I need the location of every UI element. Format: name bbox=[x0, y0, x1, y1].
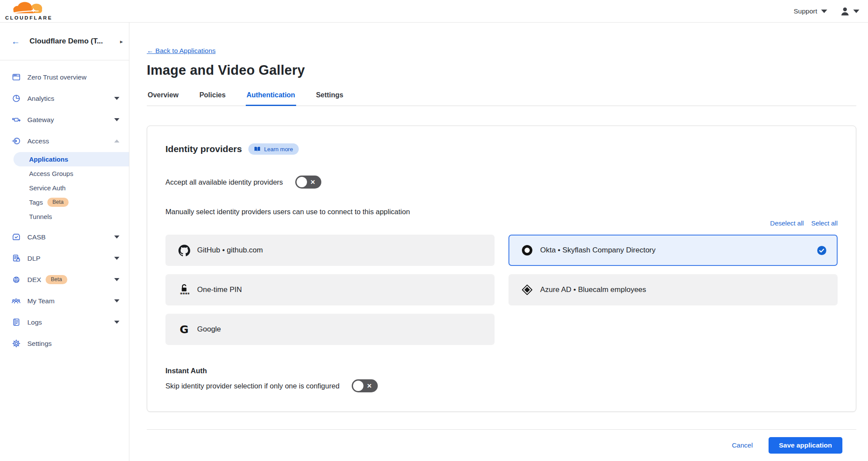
casb-icon bbox=[11, 232, 21, 242]
sidebar-item-label: Analytics bbox=[27, 95, 54, 103]
chevron-up-icon[interactable] bbox=[114, 139, 119, 143]
sidebar-item-label: Access Groups bbox=[29, 170, 73, 177]
sidebar-item-dlp[interactable]: DLP bbox=[0, 248, 129, 269]
accept-all-toggle[interactable]: ✕ bbox=[295, 176, 321, 189]
sidebar-item-access[interactable]: Access bbox=[0, 130, 129, 152]
document-lock-icon bbox=[11, 254, 21, 263]
chevron-down-icon[interactable] bbox=[114, 235, 119, 239]
provider-name: Azure AD • Bluecalm employees bbox=[540, 285, 826, 294]
sidebar-item-tunnels[interactable]: Tunnels bbox=[0, 209, 129, 224]
sidebar-nav: Zero Trust overview Analytics Gateway bbox=[0, 60, 129, 354]
select-all-link[interactable]: Select all bbox=[811, 219, 838, 227]
back-to-applications-link[interactable]: ← Back to Applications bbox=[147, 47, 216, 55]
instant-auth-heading: Instant Auth bbox=[165, 367, 838, 375]
support-menu[interactable]: Support bbox=[794, 7, 827, 15]
tab-bar: Overview Policies Authentication Setting… bbox=[147, 91, 856, 106]
cloudflare-logo[interactable]: CLOUDFLARE bbox=[4, 2, 53, 21]
sidebar-item-label: DEX bbox=[27, 276, 41, 284]
book-icon bbox=[254, 146, 261, 152]
tab-policies[interactable]: Policies bbox=[198, 91, 226, 106]
form-footer: Cancel Save application bbox=[147, 429, 856, 454]
sidebar-item-label: Tunnels bbox=[29, 213, 52, 220]
chevron-down-icon[interactable] bbox=[114, 321, 119, 324]
sidebar-item-zero-trust-overview[interactable]: Zero Trust overview bbox=[0, 66, 129, 88]
toggle-knob bbox=[297, 177, 307, 187]
logs-icon bbox=[11, 318, 21, 327]
sidebar-item-service-auth[interactable]: Service Auth bbox=[0, 181, 129, 195]
sidebar-item-logs[interactable]: Logs bbox=[0, 312, 129, 333]
sidebar-item-dex[interactable]: DEX Beta bbox=[0, 269, 129, 290]
provider-name: GitHub • github.com bbox=[197, 246, 483, 255]
chevron-down-icon[interactable] bbox=[114, 118, 119, 121]
sidebar-account-header: ← Cloudflare Demo (T... ▸ bbox=[0, 23, 129, 60]
accept-all-label: Accept all available identity providers bbox=[165, 178, 283, 186]
sidebar-item-label: Zero Trust overview bbox=[27, 73, 86, 81]
identity-providers-card: Identity providers Learn more Accept all… bbox=[147, 126, 856, 412]
dex-icon bbox=[11, 275, 21, 285]
sidebar-item-tags[interactable]: Tags Beta bbox=[0, 195, 129, 209]
tab-settings[interactable]: Settings bbox=[315, 91, 344, 106]
tab-overview[interactable]: Overview bbox=[147, 91, 179, 106]
provider-tile-one-time-pin[interactable]: **** One-time PIN bbox=[165, 274, 495, 305]
google-icon: G bbox=[177, 323, 191, 336]
card-title: Identity providers bbox=[165, 144, 242, 154]
sidebar-item-label: Gateway bbox=[27, 116, 54, 124]
provider-tile-azure-ad[interactable]: Azure AD • Bluecalm employees bbox=[508, 274, 838, 305]
account-menu[interactable] bbox=[840, 7, 859, 16]
page-title: Image and Video Gallery bbox=[147, 63, 856, 78]
sidebar-item-gateway[interactable]: Gateway bbox=[0, 109, 129, 130]
provider-grid: GitHub • github.com Okta • Skyflash Comp… bbox=[165, 235, 838, 345]
chevron-down-icon bbox=[821, 10, 827, 13]
sidebar-item-label: Tags bbox=[29, 199, 43, 206]
pie-chart-icon bbox=[11, 94, 21, 103]
okta-icon bbox=[520, 245, 535, 255]
sidebar-item-access-groups[interactable]: Access Groups bbox=[0, 166, 129, 181]
sidebar-item-my-team[interactable]: My Team bbox=[0, 290, 129, 312]
save-application-button[interactable]: Save application bbox=[769, 437, 842, 454]
toggle-knob bbox=[353, 381, 363, 391]
team-icon bbox=[11, 296, 21, 306]
one-time-pin-icon: **** bbox=[177, 284, 191, 296]
sidebar: ← Cloudflare Demo (T... ▸ Zero Trust ove… bbox=[0, 23, 129, 461]
window-icon bbox=[11, 73, 21, 82]
sidebar-item-analytics[interactable]: Analytics bbox=[0, 88, 129, 109]
selected-check-icon bbox=[817, 246, 826, 255]
sidebar-item-label: My Team bbox=[27, 297, 55, 305]
provider-tile-google[interactable]: G Google bbox=[165, 314, 495, 345]
manual-select-hint: Manually select identity providers users… bbox=[165, 208, 838, 216]
account-name: Cloudflare Demo (T... bbox=[30, 37, 120, 46]
learn-more-button[interactable]: Learn more bbox=[248, 143, 298, 155]
sidebar-item-applications[interactable]: Applications bbox=[13, 152, 129, 166]
sidebar-item-settings[interactable]: Settings bbox=[0, 333, 129, 354]
provider-tile-okta[interactable]: Okta • Skyflash Company Directory bbox=[508, 235, 838, 266]
provider-tile-github[interactable]: GitHub • github.com bbox=[165, 235, 495, 266]
tab-authentication[interactable]: Authentication bbox=[246, 91, 296, 106]
provider-name: Google bbox=[197, 325, 483, 334]
sidebar-item-label: DLP bbox=[27, 255, 40, 262]
support-label: Support bbox=[794, 7, 817, 15]
learn-more-label: Learn more bbox=[264, 146, 293, 153]
instant-auth-toggle[interactable]: ✕ bbox=[352, 379, 378, 392]
expand-caret-icon[interactable]: ▸ bbox=[120, 38, 123, 45]
back-arrow-icon[interactable]: ← bbox=[11, 36, 20, 46]
cancel-button[interactable]: Cancel bbox=[732, 441, 752, 449]
beta-badge: Beta bbox=[46, 275, 67, 284]
access-icon bbox=[11, 136, 21, 146]
sidebar-item-label: Logs bbox=[27, 318, 42, 326]
top-bar: CLOUDFLARE Support bbox=[0, 0, 868, 23]
provider-name: Okta • Skyflash Company Directory bbox=[540, 246, 817, 255]
deselect-all-link[interactable]: Deselect all bbox=[770, 219, 804, 227]
access-subnav: Applications Access Groups Service Auth … bbox=[0, 152, 129, 224]
skip-selection-label: Skip identity provider selection if only… bbox=[165, 382, 340, 390]
user-icon bbox=[840, 7, 850, 16]
chevron-down-icon[interactable] bbox=[114, 299, 119, 302]
cloudflare-cloud-icon bbox=[7, 2, 51, 17]
chevron-down-icon[interactable] bbox=[114, 97, 119, 100]
sidebar-item-casb[interactable]: CASB bbox=[0, 226, 129, 248]
brand-wordmark: CLOUDFLARE bbox=[5, 16, 53, 21]
github-icon bbox=[177, 245, 191, 256]
sidebar-item-label: Settings bbox=[27, 340, 52, 348]
chevron-down-icon[interactable] bbox=[114, 257, 119, 260]
chevron-down-icon[interactable] bbox=[114, 278, 119, 281]
azure-ad-icon bbox=[520, 284, 535, 295]
